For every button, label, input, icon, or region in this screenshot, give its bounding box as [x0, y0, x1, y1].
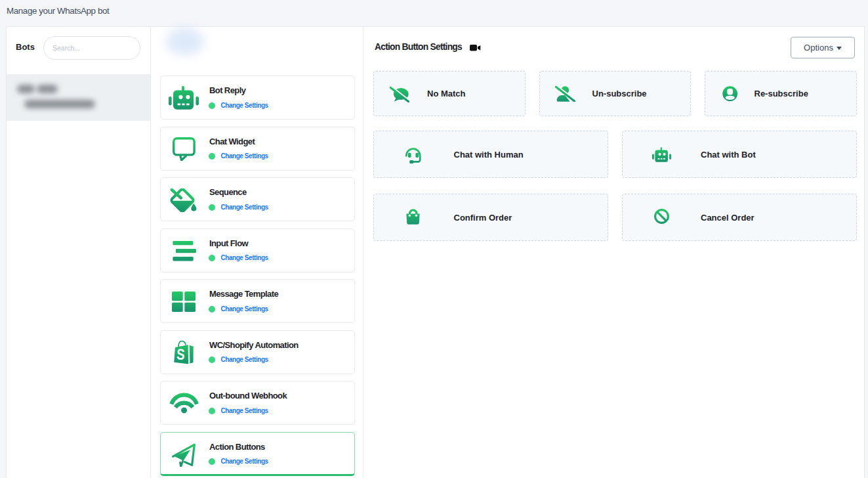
svg-text:S: S [176, 345, 185, 363]
